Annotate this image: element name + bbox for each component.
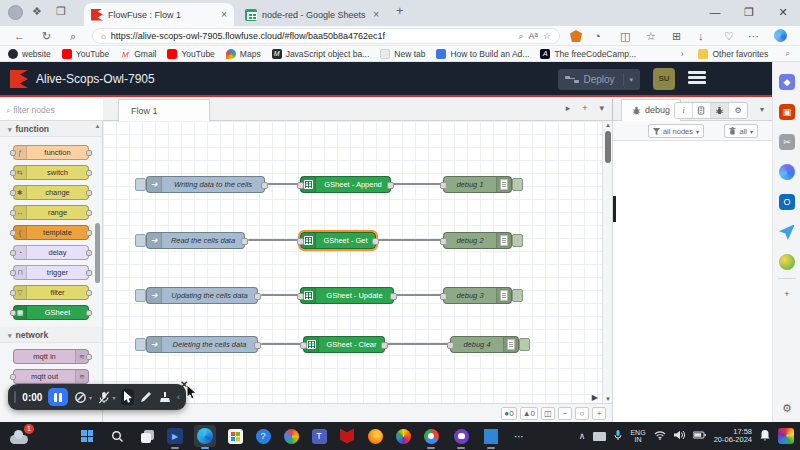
palette-category-function[interactable]: ▾function (0, 121, 102, 137)
debug-toggle-button[interactable] (512, 234, 523, 247)
inject-button[interactable] (135, 338, 146, 351)
deploy-button[interactable]: Deploy ▾ (558, 69, 640, 90)
favorites-icon[interactable]: ☆ (646, 28, 656, 44)
github-desktop-icon[interactable] (450, 425, 472, 447)
restore-button[interactable]: ❐ (732, 0, 766, 24)
cursor-tool-icon[interactable] (121, 389, 134, 405)
scroll-up-icon[interactable]: ▲ (603, 122, 612, 128)
tray-mic-icon[interactable] (614, 430, 622, 443)
inject-button[interactable] (135, 234, 146, 247)
profile-avatar[interactable] (8, 5, 23, 20)
chrome-icon[interactable] (420, 425, 442, 447)
start-button[interactable] (76, 425, 98, 447)
language-indicator[interactable]: ENGIN (630, 429, 645, 444)
tab-flowfuse[interactable]: FlowFuse : Flow 1 × (84, 3, 234, 26)
corner-widget-icon[interactable] (778, 428, 794, 444)
tools-person-icon[interactable]: ✂ (779, 134, 795, 150)
tab-close-icon[interactable]: × (221, 9, 227, 20)
eraser-tool-icon[interactable] (158, 389, 171, 405)
config-tab-icon[interactable]: ⚙ (729, 103, 747, 118)
add-sidebar-icon[interactable]: + (779, 286, 795, 302)
home-search-icon[interactable]: ⌕ (70, 28, 76, 44)
inject-button[interactable] (135, 289, 146, 302)
tab-close-icon[interactable]: × (373, 9, 379, 20)
chevron-right-icon[interactable]: › (681, 49, 684, 59)
debug-node[interactable]: debug 2 (443, 232, 512, 249)
scrollbar-thumb[interactable] (95, 223, 100, 283)
minimize-button[interactable]: — (698, 0, 732, 24)
extension-icon[interactable]: ◔ (594, 28, 601, 44)
drop-plane-icon[interactable] (779, 224, 795, 240)
sidebar-settings-gear-icon[interactable]: ⚙ (779, 400, 795, 416)
flow-canvas[interactable]: ➔ Writing data to the cells GSheet - App… (103, 121, 612, 403)
vertical-tabs-icon[interactable]: ❐ (56, 5, 66, 18)
user-avatar[interactable]: SU (653, 68, 675, 90)
bookmark[interactable]: AThe freeCodeCamp... (540, 49, 636, 59)
camera-app-icon[interactable] (280, 425, 302, 447)
other-favorites[interactable]: Other favorites (698, 49, 768, 59)
battery-icon[interactable] (693, 431, 706, 441)
zoom-out-button[interactable]: − (558, 407, 572, 420)
inject-node[interactable]: ➔ Deleting the cells data (146, 336, 258, 353)
inject-button[interactable] (135, 178, 146, 191)
read-aloud-icon[interactable]: Aᵃ (529, 31, 538, 41)
photos-app-icon[interactable] (392, 425, 414, 447)
notification-bell-icon[interactable] (760, 430, 770, 443)
sidebar-resize-grip[interactable] (613, 196, 616, 222)
outlook-icon[interactable]: O (779, 194, 795, 210)
palette-node-trigger[interactable]: ⊓trigger (13, 265, 89, 280)
camera-off-icon[interactable] (74, 389, 87, 405)
vscode-icon[interactable] (480, 425, 502, 447)
hidden-icons-chevron[interactable]: ∧ (579, 431, 586, 441)
gsheet-get-node[interactable]: GSheet - Get (300, 232, 376, 249)
inject-node[interactable]: ➔ Writing data to the cells (146, 176, 265, 193)
palette-node-range[interactable]: ↔range (13, 205, 89, 220)
inject-node[interactable]: ➔ Updating the cells data (146, 287, 258, 304)
palette-node-switch[interactable]: ⇆switch (13, 165, 89, 180)
main-menu-icon[interactable] (688, 71, 706, 85)
debug-tab[interactable]: debug (621, 99, 681, 121)
add-flow-icon[interactable]: + (582, 103, 587, 113)
canvas-scrollbar[interactable]: ▲ ▼ (602, 121, 612, 403)
address-bar[interactable]: ⌂ https://alive-scops-owl-7905.flowfuse.… (92, 28, 560, 44)
bookmark[interactable]: YouTube (62, 49, 109, 59)
flow-tab[interactable]: Flow 1 (118, 99, 210, 121)
microsoft-store-icon[interactable] (224, 425, 246, 447)
debug-node[interactable]: debug 1 (443, 176, 512, 193)
zoom-in-button[interactable]: + (592, 407, 606, 420)
bookmark[interactable]: MGmail (120, 49, 156, 59)
info-tab-icon[interactable]: i (675, 103, 693, 118)
gsheet-update-node[interactable]: GSheet - Update (300, 287, 394, 304)
inject-node[interactable]: ➔ Read the cells data (146, 232, 245, 249)
weather-widget[interactable]: 1 (10, 427, 32, 445)
microsoft365-icon[interactable] (779, 164, 795, 180)
split-screen-icon[interactable]: ◫ (620, 28, 630, 44)
sidebar-expand-icon[interactable]: ▶ (592, 393, 598, 402)
back-icon[interactable]: ← (14, 28, 25, 44)
games-toolbox-icon[interactable]: ▣ (779, 104, 795, 120)
new-tab-button[interactable]: + (396, 3, 404, 18)
deploy-caret-icon[interactable]: ▾ (629, 76, 633, 84)
palette-node-mqtt-in[interactable]: ≋mqtt in (13, 349, 89, 364)
metamask-icon[interactable] (570, 30, 582, 42)
shopping-tag-icon[interactable]: ◆ (779, 74, 795, 90)
zoom-reset-button[interactable]: ○ (575, 407, 589, 420)
bookmark[interactable]: MJavaScript object ba... (272, 49, 370, 59)
scrollbar-thumb[interactable] (605, 131, 611, 163)
debug-node[interactable]: debug 4 (450, 336, 519, 353)
bookmark[interactable]: website (8, 49, 51, 59)
display-icon[interactable] (593, 432, 606, 441)
teams-icon[interactable]: T (308, 425, 330, 447)
debug-messages-panel[interactable] (612, 141, 772, 422)
mic-off-icon[interactable] (98, 389, 111, 405)
browser-essentials-icon[interactable]: ♡ (724, 28, 734, 44)
bookmark[interactable]: How to Build an Ad... (436, 49, 529, 59)
workspaces-icon[interactable]: ❖ (32, 5, 42, 18)
palette-node-template[interactable]: {template (13, 225, 89, 240)
debug-tab-icon[interactable] (711, 103, 729, 118)
volume-icon[interactable] (674, 430, 685, 442)
debug-node[interactable]: debug 3 (443, 287, 512, 304)
scroll-down-icon[interactable]: ▼ (603, 396, 612, 402)
palette-category-network[interactable]: ▾network (0, 327, 102, 343)
bookmark[interactable]: New tab (380, 49, 425, 59)
